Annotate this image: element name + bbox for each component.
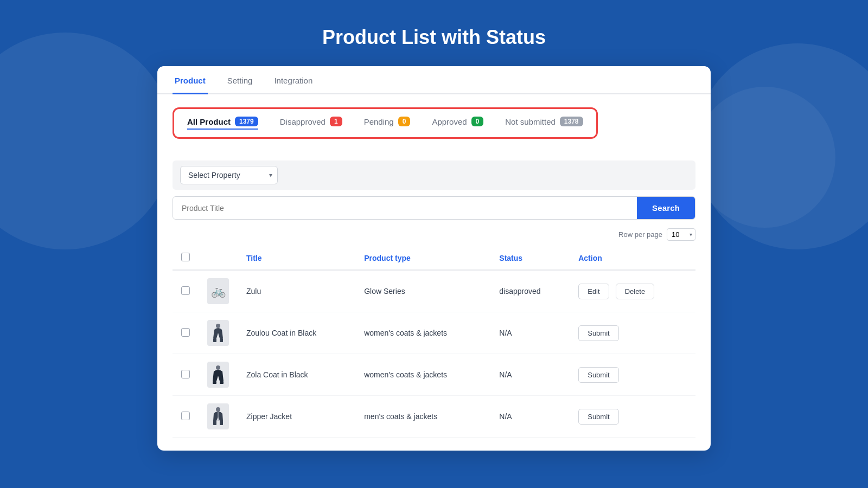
table-row: Zoulou Coat in Black women's coats & jac… xyxy=(173,312,695,354)
row-checkbox[interactable] xyxy=(181,328,190,337)
tab-integration[interactable]: Integration xyxy=(272,66,315,94)
status-filter-group: All Product 1379 Disapproved 1 Pending 0… xyxy=(173,107,598,139)
row-status: N/A xyxy=(490,312,570,354)
th-check xyxy=(173,246,199,270)
product-image xyxy=(207,403,229,429)
product-table: Title Product type Status Action 🚲 xyxy=(173,246,695,438)
row-check xyxy=(173,270,199,312)
svg-rect-4 xyxy=(213,381,216,384)
product-image: 🚲 xyxy=(207,278,229,304)
search-row: Search xyxy=(173,196,695,220)
row-img xyxy=(199,396,238,438)
submit-button[interactable]: Submit xyxy=(578,325,618,341)
card-body: All Product 1379 Disapproved 1 Pending 0… xyxy=(157,94,711,451)
header-checkbox[interactable] xyxy=(181,253,190,261)
bg-circle-left xyxy=(0,33,174,249)
svg-rect-1 xyxy=(213,338,216,342)
status-filter-approved[interactable]: Approved 0 xyxy=(432,117,483,130)
row-check xyxy=(173,354,199,396)
table-row: 🚲 Zulu Glow Series disapproved Edit Dele… xyxy=(173,270,695,312)
row-title: Zipper Jacket xyxy=(238,396,355,438)
main-card: Product Setting Integration All Product … xyxy=(157,66,711,451)
th-status: Status xyxy=(490,246,570,270)
row-status: N/A xyxy=(490,396,570,438)
svg-rect-2 xyxy=(220,338,223,342)
th-title: Title xyxy=(238,246,355,270)
filter-row: Select Property ▾ xyxy=(173,160,695,190)
th-product-type: Product type xyxy=(355,246,490,270)
svg-point-6 xyxy=(216,407,220,412)
row-status: disapproved xyxy=(490,270,570,312)
bg-circle-right2 xyxy=(694,87,835,228)
status-filter-pending-label: Pending xyxy=(364,117,394,126)
table-row: Zola Coat in Black women's coats & jacke… xyxy=(173,354,695,396)
row-check xyxy=(173,312,199,354)
svg-point-3 xyxy=(216,365,220,370)
row-title: Zola Coat in Black xyxy=(238,354,355,396)
status-filter-not-submitted[interactable]: Not submitted 1378 xyxy=(505,117,583,130)
bike-icon: 🚲 xyxy=(211,284,226,298)
status-filter-approved-label: Approved xyxy=(432,117,467,126)
submit-button[interactable]: Submit xyxy=(578,367,618,383)
product-image xyxy=(207,320,229,346)
status-filter-not-submitted-label: Not submitted xyxy=(505,117,556,126)
row-checkbox[interactable] xyxy=(181,286,190,295)
status-filter-disapproved-badge: 1 xyxy=(330,117,342,126)
status-filter-approved-badge: 0 xyxy=(471,117,484,126)
bg-circle-right xyxy=(694,43,868,249)
svg-rect-5 xyxy=(220,381,224,384)
svg-rect-7 xyxy=(213,421,216,425)
row-per-page-select-wrap: 5 10 20 50 ▾ xyxy=(667,228,695,241)
svg-rect-8 xyxy=(220,421,223,425)
status-filter-all[interactable]: All Product 1379 xyxy=(187,117,258,130)
row-per-page-label: Row per page xyxy=(618,230,662,239)
tab-product[interactable]: Product xyxy=(173,66,208,94)
search-input[interactable] xyxy=(173,197,637,219)
row-action: Edit Delete xyxy=(570,270,695,312)
row-product-type: men's coats & jackets xyxy=(355,396,490,438)
th-img xyxy=(199,246,238,270)
edit-button[interactable]: Edit xyxy=(578,284,609,299)
row-product-type: Glow Series xyxy=(355,270,490,312)
row-img xyxy=(199,312,238,354)
status-filter-pending[interactable]: Pending 0 xyxy=(364,117,411,130)
tab-bar: Product Setting Integration xyxy=(157,66,711,94)
row-per-page-select[interactable]: 5 10 20 50 xyxy=(667,228,695,241)
row-action: Submit xyxy=(570,312,695,354)
th-action: Action xyxy=(570,246,695,270)
row-status: N/A xyxy=(490,354,570,396)
delete-button[interactable]: Delete xyxy=(616,284,655,299)
row-check xyxy=(173,396,199,438)
row-title: Zoulou Coat in Black xyxy=(238,312,355,354)
row-product-type: women's coats & jackets xyxy=(355,354,490,396)
status-filter-pending-badge: 0 xyxy=(398,117,411,126)
status-filter-all-badge: 1379 xyxy=(235,117,258,126)
row-product-type: women's coats & jackets xyxy=(355,312,490,354)
select-property[interactable]: Select Property xyxy=(180,166,278,184)
status-filter-disapproved[interactable]: Disapproved 1 xyxy=(280,117,342,130)
row-img xyxy=(199,354,238,396)
table-header-row: Title Product type Status Action xyxy=(173,246,695,270)
row-checkbox[interactable] xyxy=(181,412,190,420)
row-action: Submit xyxy=(570,396,695,438)
search-button[interactable]: Search xyxy=(637,197,695,219)
select-property-container: Select Property ▾ xyxy=(180,166,278,184)
table-row: Zipper Jacket men's coats & jackets N/A … xyxy=(173,396,695,438)
tab-setting[interactable]: Setting xyxy=(225,66,255,94)
svg-point-0 xyxy=(216,324,220,328)
row-action: Submit xyxy=(570,354,695,396)
row-per-page-control: Row per page 5 10 20 50 ▾ xyxy=(173,228,695,241)
status-filter-disapproved-label: Disapproved xyxy=(280,117,326,126)
row-img: 🚲 xyxy=(199,270,238,312)
page-title: Product List with Status xyxy=(322,26,546,49)
submit-button[interactable]: Submit xyxy=(578,409,618,425)
row-title: Zulu xyxy=(238,270,355,312)
status-filter-not-submitted-badge: 1378 xyxy=(560,117,583,126)
product-image xyxy=(207,362,229,388)
status-filter-all-label: All Product xyxy=(187,117,231,126)
row-checkbox[interactable] xyxy=(181,370,190,378)
